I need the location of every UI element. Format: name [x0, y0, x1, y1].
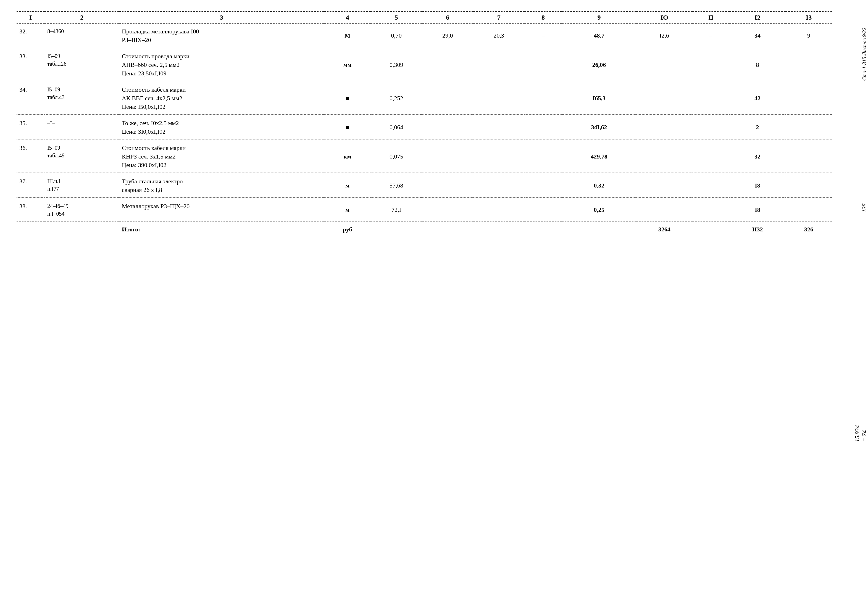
itogo-cell-6 [692, 221, 730, 237]
cell-r2-c8: I65,3 [562, 82, 637, 115]
cell-r3-c1: –″– [45, 116, 119, 139]
cell-r0-c4: 0,70 [371, 24, 422, 48]
itogo-cell-2: Итого: [119, 221, 324, 237]
cell-r1-c0: 33. [17, 49, 45, 81]
cell-r5-c12 [786, 174, 832, 198]
cell-r4-c0: 36. [17, 141, 45, 173]
cell-r5-c6 [473, 174, 525, 198]
cell-r0-c8: 48,7 [562, 24, 637, 48]
cell-r5-c5 [422, 174, 473, 198]
cell-r1-c8: 26,06 [562, 49, 637, 81]
cell-r3-c2: То же, сеч. I0х2,5 мм2 Цена: 3I0,0хI,I02 [119, 116, 324, 139]
table-row: 33.I5–09 табл.I26Стоимость провода марки… [17, 49, 832, 81]
cell-r0-c6: 20,3 [473, 24, 525, 48]
cell-r4-c4: 0,075 [371, 141, 422, 173]
itogo-cell-5: 3264 [636, 221, 692, 237]
col-header-8: 8 [525, 11, 562, 24]
cell-r1-c1: I5–09 табл.I26 [45, 49, 119, 81]
cell-r3-c7 [525, 116, 562, 139]
cell-r6-c3: м [324, 199, 371, 221]
itogo-row: Итого:руб3264II32326 [17, 221, 832, 237]
table-row: 35.–″–То же, сеч. I0х2,5 мм2 Цена: 3I0,0… [17, 116, 832, 139]
itogo-cell-8: 326 [786, 221, 832, 237]
col-header-11: II [692, 11, 730, 24]
cell-r3-c9 [636, 116, 692, 139]
col-header-13: I3 [786, 11, 832, 24]
cell-r3-c3: ■ [324, 116, 371, 139]
cell-r4-c8: 429,78 [562, 141, 637, 173]
col-header-12: I2 [730, 11, 786, 24]
itogo-cell-3: руб [324, 221, 371, 237]
cell-r4-c6 [473, 141, 525, 173]
cell-r4-c11: 32 [730, 141, 786, 173]
page-wrapper: I 2 3 4 5 6 7 8 9 IO II I2 I3 32.8–4360П… [17, 11, 851, 237]
cell-r0-c9: I2,6 [636, 24, 692, 48]
cell-r5-c10 [692, 174, 730, 198]
cell-r5-c7 [525, 174, 562, 198]
cell-r2-c1: I5–09 табл.43 [45, 82, 119, 115]
col-header-1: I [17, 11, 45, 24]
side-label-bottom: 15.934 = 74 [854, 425, 868, 442]
cell-r6-c0: 38. [17, 199, 45, 221]
cell-r3-c10 [692, 116, 730, 139]
table-header: I 2 3 4 5 6 7 8 9 IO II I2 I3 [17, 11, 832, 24]
cell-r1-c11: 8 [730, 49, 786, 81]
cell-r6-c9 [636, 199, 692, 221]
side-label-top: Сто-1-315 Листов 9/22 [861, 28, 868, 80]
cell-r0-c7: – [525, 24, 562, 48]
cell-r6-c11: I8 [730, 199, 786, 221]
cell-r0-c12: 9 [786, 24, 832, 48]
cell-r0-c11: 34 [730, 24, 786, 48]
cell-r2-c0: 34. [17, 82, 45, 115]
table-body: 32.8–4360Прокладка металлорукава I00 РЗ–… [17, 24, 832, 237]
cell-r1-c2: Стоимость провода марки АПВ–660 сеч. 2,5… [119, 49, 324, 81]
cell-r4-c9 [636, 141, 692, 173]
col-header-3: 3 [119, 11, 324, 24]
cell-r3-c8: 34I,62 [562, 116, 637, 139]
cell-r0-c0: 32. [17, 24, 45, 48]
cell-r1-c4: 0,309 [371, 49, 422, 81]
cell-r4-c1: I5–09 табл.49 [45, 141, 119, 173]
cell-r0-c1: 8–4360 [45, 24, 119, 48]
cell-r5-c9 [636, 174, 692, 198]
table-row: 38.24–I6–49 п.I–054Металлорукав РЗ–ЩХ–20… [17, 199, 832, 221]
cell-r4-c2: Стоимость кабеля марки КНРЗ сеч. 3х1,5 м… [119, 141, 324, 173]
cell-r5-c1: Ш.ч.I п.I77 [45, 174, 119, 198]
cell-r6-c2: Металлорукав РЗ–ЩХ–20 [119, 199, 324, 221]
cell-r4-c7 [525, 141, 562, 173]
col-header-5: 5 [371, 11, 422, 24]
itogo-cell-0 [17, 221, 45, 237]
cell-r4-c5 [422, 141, 473, 173]
cell-r4-c10 [692, 141, 730, 173]
cell-r5-c11: I8 [730, 174, 786, 198]
col-header-2: 2 [45, 11, 119, 24]
cell-r6-c5 [422, 199, 473, 221]
cell-r0-c3: М [324, 24, 371, 48]
col-header-7: 7 [473, 11, 525, 24]
table-row: 34.I5–09 табл.43Стоимость кабеля марки А… [17, 82, 832, 115]
cell-r5-c8: 0,32 [562, 174, 637, 198]
col-header-9: 9 [562, 11, 637, 24]
cell-r4-c3: км [324, 141, 371, 173]
cell-r3-c12 [786, 116, 832, 139]
cell-r6-c8: 0,25 [562, 199, 637, 221]
cell-r5-c3: м [324, 174, 371, 198]
cell-r6-c10 [692, 199, 730, 221]
cell-r2-c2: Стоимость кабеля марки АК ВВГ сеч. 4х2,5… [119, 82, 324, 115]
main-table: I 2 3 4 5 6 7 8 9 IO II I2 I3 32.8–4360П… [17, 11, 832, 237]
cell-r3-c5 [422, 116, 473, 139]
cell-r0-c2: Прокладка металлорукава I00 РЗ–ЩХ–20 [119, 24, 324, 48]
cell-r2-c9 [636, 82, 692, 115]
col-header-10: IO [636, 11, 692, 24]
cell-r2-c3: ■ [324, 82, 371, 115]
cell-r6-c4: 72,I [371, 199, 422, 221]
cell-r6-c12 [786, 199, 832, 221]
cell-r1-c6 [473, 49, 525, 81]
cell-r3-c11: 2 [730, 116, 786, 139]
cell-r3-c4: 0,064 [371, 116, 422, 139]
cell-r2-c7 [525, 82, 562, 115]
table-row: 32.8–4360Прокладка металлорукава I00 РЗ–… [17, 24, 832, 48]
cell-r1-c9 [636, 49, 692, 81]
cell-r2-c10 [692, 82, 730, 115]
cell-r6-c1: 24–I6–49 п.I–054 [45, 199, 119, 221]
